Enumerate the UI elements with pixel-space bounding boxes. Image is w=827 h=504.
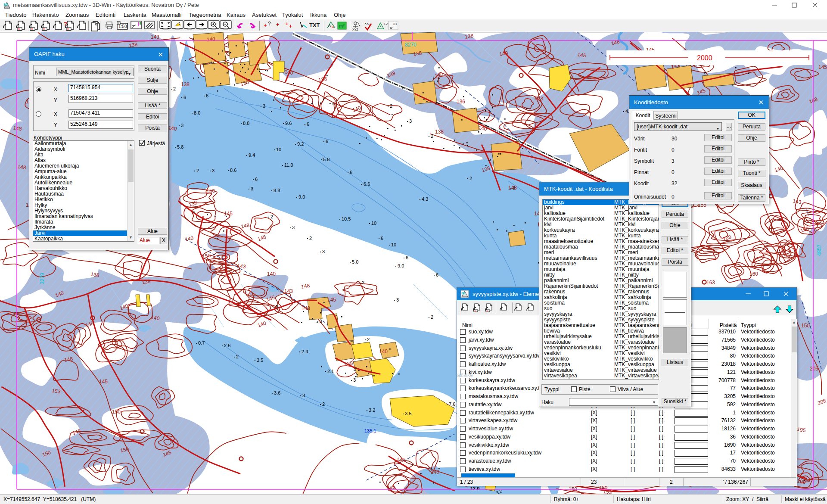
svg-text:9.6: 9.6 xyxy=(285,121,292,126)
svg-text:2: 2 xyxy=(431,134,433,139)
svg-text:9.2: 9.2 xyxy=(297,141,304,146)
svg-text:163: 163 xyxy=(706,280,715,286)
svg-text:9.4: 9.4 xyxy=(249,152,255,158)
svg-text:140: 140 xyxy=(206,36,215,43)
svg-text:3: 3 xyxy=(292,225,295,230)
svg-text:+: + xyxy=(276,21,280,28)
svg-text:2: 2 xyxy=(236,354,239,359)
svg-text:3: 3 xyxy=(212,168,215,173)
svg-text:6: 6 xyxy=(255,177,258,182)
svg-text:6: 6 xyxy=(183,95,186,100)
svg-text:140: 140 xyxy=(267,271,276,277)
svg-text:3.5: 3.5 xyxy=(405,411,411,416)
svg-text:+: + xyxy=(286,21,288,26)
svg-text:145: 145 xyxy=(327,297,336,303)
svg-text:5.8: 5.8 xyxy=(177,144,183,149)
svg-text:160: 160 xyxy=(749,271,758,277)
svg-text:10.5: 10.5 xyxy=(342,216,351,221)
svg-text:21: 21 xyxy=(393,22,397,26)
svg-text:12: 12 xyxy=(384,22,388,26)
svg-text:135.1: 135.1 xyxy=(364,428,376,433)
svg-text:2.1: 2.1 xyxy=(327,369,334,374)
svg-text:4.3: 4.3 xyxy=(422,196,428,202)
svg-text:2: 2 xyxy=(196,168,199,173)
svg-text:6: 6 xyxy=(307,121,309,127)
svg-text:3: 3 xyxy=(302,393,305,398)
svg-text:7.6: 7.6 xyxy=(449,401,455,407)
svg-text:2: 2 xyxy=(276,304,278,309)
svg-text:145: 145 xyxy=(818,64,827,70)
svg-text:3: 3 xyxy=(353,377,356,383)
svg-text:α: α xyxy=(332,25,334,29)
svg-text:138: 138 xyxy=(435,129,444,135)
svg-text:6: 6 xyxy=(381,236,383,241)
svg-text:10: 10 xyxy=(391,242,396,247)
svg-text:6: 6 xyxy=(406,255,408,260)
svg-text:205: 205 xyxy=(810,366,818,372)
svg-text:10: 10 xyxy=(371,221,376,226)
svg-text:6.6: 6.6 xyxy=(364,181,370,187)
svg-text:10: 10 xyxy=(276,147,281,152)
svg-text:148: 148 xyxy=(508,185,517,191)
svg-text:138: 138 xyxy=(181,81,190,87)
svg-text:2: 2 xyxy=(173,86,176,91)
svg-text:?: ? xyxy=(268,21,271,27)
svg-text:4857: 4857 xyxy=(816,244,822,256)
svg-text:3279: 3279 xyxy=(39,273,45,284)
svg-text:?: ? xyxy=(64,21,67,27)
svg-text:1:50: 1:50 xyxy=(118,24,127,29)
svg-text:3: 3 xyxy=(181,123,183,128)
svg-text:2: 2 xyxy=(322,401,325,407)
svg-text:6: 6 xyxy=(326,139,328,144)
svg-text:2: 2 xyxy=(431,314,433,320)
svg-text:2: 2 xyxy=(309,236,312,241)
svg-text:××: ×× xyxy=(364,22,369,26)
svg-text:143: 143 xyxy=(284,288,293,294)
svg-text:m²: m² xyxy=(339,23,345,28)
svg-text:2000: 2000 xyxy=(697,54,712,62)
svg-text:3.5: 3.5 xyxy=(257,358,263,363)
svg-text:150: 150 xyxy=(112,409,121,415)
svg-text:6: 6 xyxy=(436,272,438,277)
svg-text:8.6: 8.6 xyxy=(230,168,236,173)
svg-text:2: 2 xyxy=(469,176,472,181)
svg-text:TXT: TXT xyxy=(309,22,320,28)
svg-text:3D: 3D xyxy=(3,3,8,6)
svg-text:11.0: 11.0 xyxy=(284,162,293,168)
svg-text:3: 3 xyxy=(251,186,253,191)
svg-text:8.8: 8.8 xyxy=(243,121,249,126)
svg-text:8.0: 8.0 xyxy=(194,110,200,115)
svg-text:2: 2 xyxy=(362,280,364,285)
svg-text:5.8: 5.8 xyxy=(323,157,330,162)
svg-text:140: 140 xyxy=(379,348,388,355)
svg-text:3: 3 xyxy=(409,118,412,124)
svg-text:+: + xyxy=(264,22,267,28)
svg-text:XYZ: XYZ xyxy=(352,28,358,31)
svg-text:6: 6 xyxy=(350,170,352,175)
svg-text:2: 2 xyxy=(390,103,392,109)
svg-text:143: 143 xyxy=(151,34,159,40)
svg-text:3.6: 3.6 xyxy=(274,390,280,395)
svg-text:3: 3 xyxy=(322,249,325,254)
svg-text:2: 2 xyxy=(270,214,273,219)
svg-text:0.7: 0.7 xyxy=(198,340,205,345)
svg-text:3: 3 xyxy=(320,319,322,324)
svg-text:8270: 8270 xyxy=(405,42,417,48)
svg-text:9.0: 9.0 xyxy=(298,194,305,199)
svg-text:5.0: 5.0 xyxy=(352,259,358,264)
svg-text:150: 150 xyxy=(801,323,810,329)
svg-text:A: A xyxy=(328,23,331,28)
svg-text:2.4: 2.4 xyxy=(302,349,308,354)
svg-text:2.6: 2.6 xyxy=(224,343,230,348)
svg-text:9.0: 9.0 xyxy=(398,263,404,268)
svg-text:145: 145 xyxy=(224,211,233,217)
svg-text:136: 136 xyxy=(457,99,465,105)
svg-text:145: 145 xyxy=(99,379,108,385)
svg-text:3: 3 xyxy=(396,297,399,302)
svg-text:+: + xyxy=(289,23,292,29)
svg-text:140: 140 xyxy=(431,469,439,475)
svg-text:2: 2 xyxy=(367,337,370,342)
svg-text:8.8: 8.8 xyxy=(274,188,280,193)
svg-text:3: 3 xyxy=(263,103,265,109)
svg-text:148: 148 xyxy=(302,305,310,311)
